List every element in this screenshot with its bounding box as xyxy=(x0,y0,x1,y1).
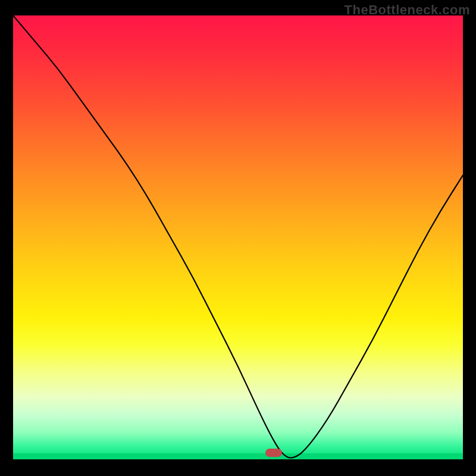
bottleneck-curve xyxy=(13,15,463,459)
watermark-text: TheBottleneck.com xyxy=(345,2,470,18)
chart-frame: TheBottleneck.com xyxy=(0,0,476,476)
optimal-point-marker xyxy=(265,449,282,457)
plot-area xyxy=(13,15,463,459)
